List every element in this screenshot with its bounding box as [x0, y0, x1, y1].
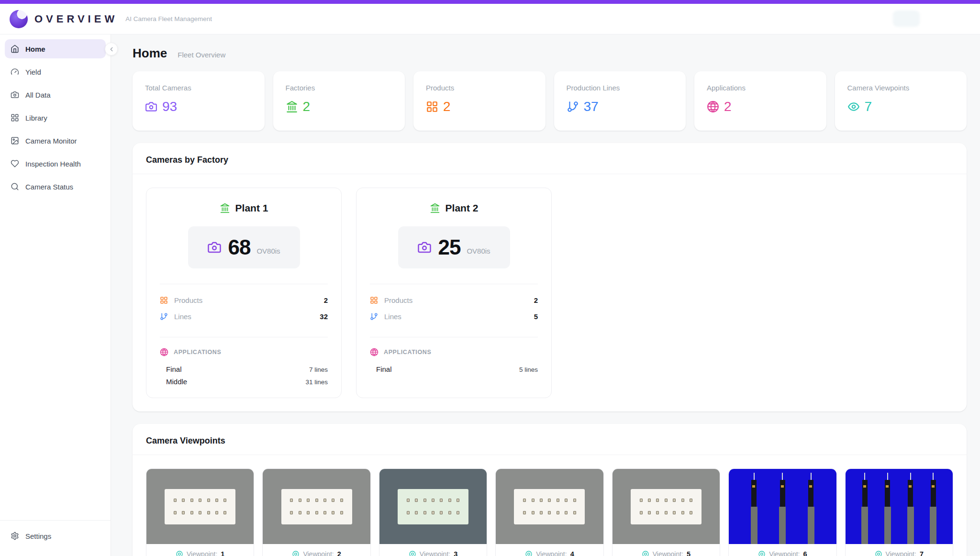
lines-value: 5 [534, 312, 538, 321]
products-value: 2 [324, 296, 328, 304]
camera-icon [11, 90, 19, 99]
viewpoint-value: 4 [570, 550, 574, 556]
search-icon [11, 182, 19, 191]
stat-value: 2 [724, 99, 732, 114]
sidebar-item-yield[interactable]: Yield [5, 62, 106, 81]
globe-icon [707, 100, 719, 113]
sidebar-item-label: Home [25, 45, 45, 53]
plant-card-plant-2[interactable]: Plant 2 25 OV80is Products 2 [356, 188, 552, 398]
plant-card-plant-1[interactable]: Plant 1 68 OV80is Products 2 [146, 188, 342, 398]
heart-icon [11, 159, 19, 168]
viewpoint-card-2[interactable]: Viewpoint:2 Application:Final [262, 468, 370, 556]
viewpoint-label: Viewpoint: [653, 550, 683, 556]
camera-viewpoints-panel: Camera Viewpoints Viewpoint:1 Applicatio… [133, 424, 967, 556]
grid-icon [11, 113, 19, 122]
target-icon [176, 550, 183, 556]
stat-card-production-lines: Production Lines 37 [554, 71, 686, 131]
stat-label: Applications [707, 84, 814, 92]
chevron-left-icon [108, 46, 115, 53]
eye-icon [847, 100, 860, 113]
sidebar-item-label: Yield [25, 68, 41, 76]
viewpoint-thumbnail [612, 469, 720, 544]
application-row: Final 5 lines [370, 363, 538, 376]
applications-label: APPLICATIONS [384, 349, 431, 356]
sidebar-item-library[interactable]: Library [5, 108, 106, 127]
viewpoint-card-1[interactable]: Viewpoint:1 Application:Final [146, 468, 254, 556]
target-icon [292, 550, 300, 556]
stat-card-applications: Applications 2 [694, 71, 826, 131]
branch-icon [567, 100, 579, 113]
products-row: Products 2 [370, 292, 538, 308]
connector-image [398, 489, 468, 524]
viewpoint-card-5[interactable]: Viewpoint:5 Application:Final [612, 468, 720, 556]
factory-icon [430, 203, 440, 213]
viewpoint-card-4[interactable]: Viewpoint:4 Application:Final [495, 468, 603, 556]
lines-label: Lines [174, 312, 191, 321]
header-blurred-button [893, 11, 920, 27]
stat-label: Products [426, 84, 533, 92]
sidebar-item-label: Camera Monitor [25, 137, 77, 145]
divider [370, 284, 538, 284]
lines-value: 32 [320, 312, 328, 321]
applications-label: APPLICATIONS [174, 349, 221, 356]
sidebar-item-label: All Data [25, 91, 51, 99]
viewpoint-thumbnail [263, 469, 370, 544]
connector-image [631, 489, 702, 524]
stat-value: 37 [584, 99, 599, 114]
stat-value: 7 [865, 99, 872, 114]
application-lines: 31 lines [305, 378, 328, 386]
target-icon [758, 550, 766, 556]
viewpoint-label: Viewpoint: [886, 550, 916, 556]
globe-icon [370, 348, 379, 356]
branch-icon [370, 312, 378, 321]
viewpoint-thumbnail [379, 469, 487, 544]
camera-count: 68 [228, 235, 250, 259]
sidebar-item-all-data[interactable]: All Data [5, 85, 106, 104]
sidebar-collapse-button[interactable] [105, 43, 118, 56]
lines-row: Lines 5 [370, 308, 538, 324]
sidebar-item-inspection-health[interactable]: Inspection Health [5, 154, 106, 173]
viewpoint-card-6[interactable]: Viewpoint:6 Application:Middle [728, 468, 836, 556]
sidebar-item-label: Camera Status [25, 183, 73, 191]
stat-card-camera-viewpoints: Camera Viewpoints 7 [835, 71, 967, 131]
brand-tagline: AI Camera Fleet Management [125, 15, 212, 22]
viewpoint-card-7[interactable]: Viewpoint:7 Application:Middle [845, 468, 953, 556]
plant-name: Plant 1 [235, 202, 268, 214]
brand-name: OVERVIEW [34, 13, 118, 25]
application-name: Final [166, 365, 182, 373]
connector-image [281, 489, 352, 524]
grid-icon [370, 296, 378, 304]
application-name: Final [376, 365, 392, 373]
viewpoint-value: 3 [454, 550, 457, 556]
sidebar: Home Yield All Data Library Camera Monit… [0, 34, 111, 556]
stat-card-products: Products 2 [413, 71, 546, 131]
grid-icon [160, 296, 168, 304]
viewpoint-card-3[interactable]: Viewpoint:3 Application:Final [379, 468, 487, 556]
sidebar-item-settings[interactable]: Settings [5, 526, 106, 545]
sidebar-item-home[interactable]: Home [5, 39, 106, 58]
camera-count-box: 25 OV80is [398, 226, 510, 268]
sidebar-item-camera-monitor[interactable]: Camera Monitor [5, 131, 106, 150]
viewpoint-value: 2 [337, 550, 341, 556]
stat-label: Factories [286, 84, 393, 92]
viewpoint-value: 7 [920, 550, 924, 556]
section-title: Camera Viewpoints [133, 424, 967, 455]
viewpoint-value: 1 [221, 550, 224, 556]
application-row: Middle 31 lines [160, 376, 328, 388]
sidebar-item-label: Settings [25, 532, 51, 540]
stat-label: Camera Viewpoints [847, 84, 955, 92]
stat-label: Production Lines [567, 84, 674, 92]
connector-image [165, 489, 235, 524]
page-head: Home Fleet Overview [133, 46, 967, 61]
target-icon [875, 550, 882, 556]
viewpoint-thumbnail [729, 469, 836, 544]
viewpoint-label: Viewpoint: [303, 550, 334, 556]
application-name: Middle [166, 378, 187, 386]
viewpoint-value: 5 [687, 550, 690, 556]
stat-card-factories: Factories 2 [273, 71, 405, 131]
viewpoint-label: Viewpoint: [420, 550, 450, 556]
home-icon [11, 44, 19, 53]
grid-icon [426, 100, 438, 113]
sidebar-item-camera-status[interactable]: Camera Status [5, 177, 106, 196]
divider [160, 337, 328, 337]
